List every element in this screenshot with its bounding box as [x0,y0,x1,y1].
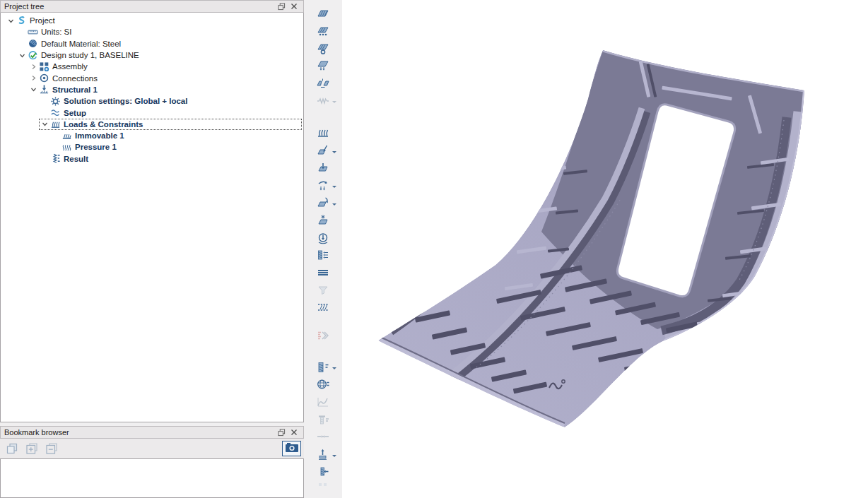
tree-indent [1,124,39,124]
tree-item-label: Structural 1 [52,85,100,94]
tree-item-label: Units: SI [41,28,74,36]
toolbar-button-global-reaction[interactable] [308,377,338,395]
tree-item-row: Loads & Constraints [39,119,302,130]
pressure-load-icon [317,162,329,177]
result-icon [49,153,61,165]
dropdown-arrow-icon[interactable] [332,455,336,457]
close-panel-icon[interactable] [288,1,300,12]
toolbar-button-xy-plot [308,395,338,413]
enclosure-icon [317,284,329,300]
tree-item-row: Connections [28,72,302,83]
toolbar-button-hinge-support[interactable] [308,76,338,94]
toolbar-button-virtual-connector[interactable] [308,300,338,318]
setup-waves-icon [49,107,61,119]
float-panel-icon[interactable] [276,1,288,12]
tree-item-row: Result [39,153,302,165]
flow-transfer-icon [317,329,329,345]
connections-icon [38,73,49,84]
tree-item-label: Pressure 1 [75,143,119,151]
xy-plot-icon [317,396,329,411]
toolbar-button-force-load[interactable] [308,143,338,161]
chevron-expanded-icon[interactable] [28,86,38,93]
tree-item-assembly[interactable]: Assembly [1,61,303,72]
toolbar-button-immovable-constraint[interactable] [308,126,338,143]
force-load-icon [317,144,329,160]
structural-icon [38,84,49,95]
float-panel-icon[interactable] [276,427,288,438]
tree-item-solution-settings-global-local[interactable]: Solution settings: Global + local [1,95,303,107]
close-panel-icon[interactable] [288,427,300,438]
tree-item-label: Connections [52,74,100,83]
project-tree: ProjectUnits: SIDefault Material: SteelD… [0,13,304,422]
toolbar-button-bolt-preload[interactable] [308,465,338,482]
tree-item-row: Solution settings: Global + local [39,95,302,107]
tree-item-label: Default Material: Steel [41,40,124,48]
chevron-collapsed-icon[interactable] [28,75,38,81]
toolbar-button-thermal-load[interactable] [308,213,338,231]
tree-item-setup[interactable]: Setup [1,107,303,118]
toolbar-separator [304,345,342,360]
toolbar-button-hydrostatic-pressure[interactable] [308,248,338,266]
chevron-collapsed-icon[interactable] [28,64,38,70]
chevron-expanded-icon[interactable] [6,18,16,24]
tree-item-result[interactable]: Result [1,153,303,165]
toolbar-button-rigid-wall[interactable] [308,266,338,283]
capture-bookmark-button[interactable] [282,441,301,456]
tree-item-loads-constraints[interactable]: Loads & Constraints [1,119,303,130]
dropdown-arrow-icon[interactable] [332,101,336,103]
camera-icon [285,441,299,456]
tree-item-default-material-steel[interactable]: Default Material: Steel [1,38,303,49]
toolbar-button-gravity-load[interactable] [308,196,338,213]
bookmark-list[interactable] [0,458,304,498]
toolbar-button-contact-reaction [308,429,338,447]
tree-item-units-si[interactable]: Units: SI [1,26,303,37]
tree-item-row: Pressure 1 [50,141,302,153]
toolbar-button-pin-support[interactable] [308,41,338,59]
tree-item-row: Design study 1, BASELINE [16,49,302,61]
toolbar-button-immovable-support[interactable] [308,6,338,24]
tree-item-pressure-1[interactable]: Pressure 1 [1,141,303,153]
dropdown-arrow-icon[interactable] [332,203,336,206]
bookmark-browser-titlebar: Bookmark browser [0,426,304,439]
immovable-constraint-icon [317,126,329,142]
3d-viewport[interactable] [342,0,868,498]
loads-constraints-icon [49,119,61,130]
tree-indent [1,101,39,102]
dropdown-arrow-icon[interactable] [332,186,336,188]
assembly-icon [38,61,49,72]
tree-item-label: Project [30,16,58,25]
toolbar-button-angular-velocity[interactable] [308,230,338,248]
angular-velocity-icon [317,232,329,247]
tree-item-row: Assembly [28,61,302,72]
toolbar-button-remote-load[interactable] [308,178,338,196]
toolbar-button-spring-reaction[interactable] [308,360,338,377]
chevron-expanded-icon[interactable] [40,121,49,127]
clipped-bottom-icon [317,483,329,498]
tree-indent [1,78,28,78]
immovable-support-icon [317,7,329,23]
toolbar-button-flow-transfer [308,328,338,346]
thermal-load-icon [317,214,329,230]
simcenter-logo-icon [16,15,27,26]
toolbar-button-sliding-support[interactable] [308,24,338,42]
pressure-icon [61,141,72,153]
3d-model-panel[interactable] [342,0,868,498]
dropdown-arrow-icon[interactable] [332,367,336,369]
toolbar-button-displacement-probe[interactable] [308,447,338,465]
tree-indent [1,66,28,67]
dropdown-arrow-icon[interactable] [332,151,336,153]
toolbar-button-pressure-load[interactable] [308,161,338,179]
tree-item-design-study-1-baseline[interactable]: Design study 1, BASELINE [1,49,303,61]
tree-item-project[interactable]: Project [1,15,303,26]
ruler-icon [27,26,38,37]
bookmark-browser-title: Bookmark browser [4,427,276,438]
gravity-load-icon [317,196,329,212]
tree-item-structural-1[interactable]: Structural 1 [1,84,303,95]
tree-item-connections[interactable]: Connections [1,72,303,83]
remote-load-icon [317,179,329,195]
toolbar-button-prescribed-displacement[interactable] [308,59,338,76]
chevron-expanded-icon[interactable] [17,52,27,59]
tree-item-label: Solution settings: Global + local [64,97,190,105]
tree-indent [1,147,50,148]
tree-item-immovable-1[interactable]: Immovable 1 [1,130,303,141]
